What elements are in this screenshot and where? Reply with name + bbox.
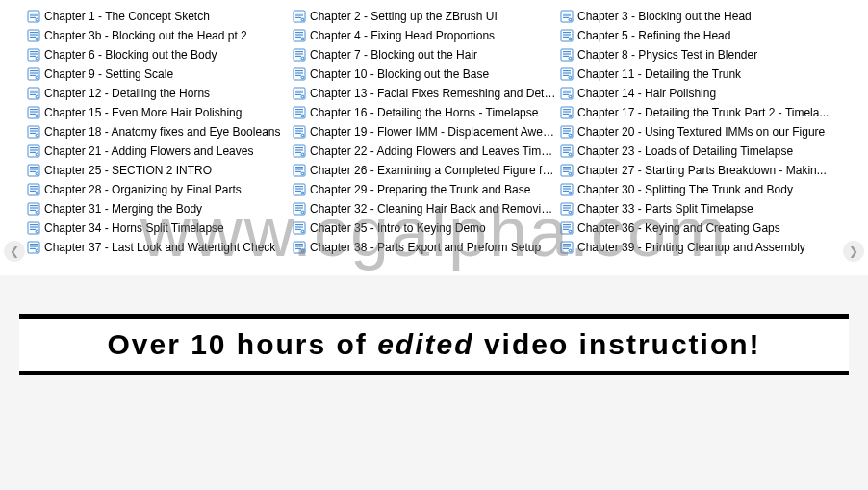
svg-rect-117 (295, 133, 301, 134)
video-file-icon (27, 87, 40, 100)
svg-rect-223 (563, 224, 571, 225)
svg-rect-193 (563, 128, 571, 129)
svg-rect-213 (563, 191, 569, 192)
svg-rect-153 (295, 248, 301, 249)
file-item[interactable]: Chapter 14 - Hair Polishing (560, 85, 835, 102)
svg-rect-13 (30, 51, 38, 52)
file-item[interactable]: Chapter 39 - Printing Cleanup and Assemb… (560, 239, 835, 256)
file-item[interactable]: Chapter 36 - Keying and Creating Gaps (560, 219, 835, 237)
file-item[interactable]: Chapter 20 - Using Textured IMMs on our … (560, 123, 835, 141)
svg-rect-39 (30, 133, 36, 134)
file-label: Chapter 15 - Even More Hair Polishing (44, 106, 242, 119)
file-item[interactable]: Chapter 6 - Blocking out the Body (27, 46, 287, 64)
file-item[interactable]: Chapter 17 - Detailing the Trunk Part 2 … (560, 104, 835, 121)
video-file-icon (27, 29, 40, 42)
file-item[interactable]: Chapter 32 - Cleaning Hair Back and Remo… (293, 200, 556, 218)
svg-rect-43 (30, 147, 38, 148)
svg-rect-80 (295, 14, 303, 15)
svg-rect-37 (30, 128, 38, 129)
file-item[interactable]: Chapter 37 - Last Look and Watertight Ch… (27, 239, 287, 256)
file-item[interactable]: Chapter 2 - Setting up the ZBrush UI (293, 8, 556, 25)
svg-rect-139 (295, 205, 303, 206)
carousel-next-button[interactable]: ❯ (843, 241, 864, 262)
svg-rect-201 (563, 152, 569, 153)
file-item[interactable]: Chapter 1 - The Concept Sketch (27, 8, 287, 25)
file-item[interactable]: Chapter 27 - Starting Parts Breakdown - … (560, 162, 835, 179)
video-file-icon (560, 125, 574, 139)
file-label: Chapter 7 - Blocking out the Hair (310, 48, 477, 62)
file-label: Chapter 3 - Blocking out the Head (577, 10, 752, 23)
svg-rect-68 (30, 226, 38, 227)
file-item[interactable]: Chapter 3b - Blocking out the Head pt 2 (27, 27, 287, 44)
file-label: Chapter 8 - Physics Test in Blender (577, 48, 757, 62)
svg-rect-175 (563, 70, 571, 71)
file-item[interactable]: Chapter 22 - Adding Flowers and Leaves T… (293, 142, 556, 160)
video-file-icon (27, 67, 40, 81)
svg-rect-87 (295, 37, 301, 38)
file-item[interactable]: Chapter 4 - Fixing Head Proportions (293, 27, 556, 44)
svg-rect-127 (295, 167, 303, 168)
file-item[interactable]: Chapter 29 - Preparing the Trunk and Bas… (293, 181, 556, 198)
file-label: Chapter 5 - Refining the Head (577, 29, 730, 42)
file-item[interactable]: Chapter 11 - Detailing the Trunk (560, 65, 835, 83)
svg-rect-7 (30, 32, 38, 33)
file-label: Chapter 12 - Detailing the Horns (44, 87, 210, 100)
file-item[interactable]: Chapter 9 - Setting Scale (27, 65, 287, 83)
file-label: Chapter 34 - Horns Split Timelapse (44, 221, 224, 235)
file-item[interactable]: Chapter 19 - Flower IMM - Displacement A… (293, 123, 556, 141)
svg-rect-33 (30, 114, 36, 115)
svg-rect-141 (295, 210, 301, 211)
file-label: Chapter 16 - Detailing the Horns - Timel… (310, 106, 538, 119)
svg-rect-79 (295, 13, 303, 13)
svg-rect-195 (563, 133, 569, 134)
svg-rect-225 (563, 229, 569, 230)
file-item[interactable]: Chapter 31 - Merging the Body (27, 200, 287, 218)
svg-rect-15 (30, 56, 36, 57)
file-item[interactable]: Chapter 28 - Organizing by Final Parts (27, 181, 287, 198)
svg-rect-92 (295, 53, 303, 54)
svg-rect-164 (563, 34, 571, 35)
carousel-prev-button[interactable]: ❮ (4, 241, 25, 262)
file-item[interactable]: Chapter 13 - Facial Fixes Remeshing and … (293, 85, 556, 102)
file-label: Chapter 25 - SECTION 2 INTRO (44, 164, 212, 177)
svg-rect-75 (30, 248, 36, 249)
svg-rect-20 (30, 72, 38, 73)
file-item[interactable]: Chapter 5 - Refining the Head (560, 27, 835, 44)
svg-rect-99 (295, 75, 301, 76)
file-item[interactable]: Chapter 18 - Anatomy fixes and Eye Boole… (27, 123, 287, 141)
file-item[interactable]: Chapter 15 - Even More Hair Polishing (27, 104, 287, 121)
svg-rect-67 (30, 224, 38, 225)
svg-rect-63 (30, 210, 36, 211)
file-label: Chapter 28 - Organizing by Final Parts (44, 183, 242, 196)
video-file-icon (560, 106, 574, 119)
file-item[interactable]: Chapter 30 - Splitting The Trunk and Bod… (560, 181, 835, 198)
file-item[interactable]: Chapter 16 - Detailing the Horns - Timel… (293, 104, 556, 121)
file-item[interactable]: Chapter 34 - Horns Split Timelapse (27, 219, 287, 237)
file-item[interactable]: Chapter 10 - Blocking out the Base (293, 65, 556, 83)
file-label: Chapter 3b - Blocking out the Head pt 2 (44, 29, 247, 42)
file-item[interactable]: Chapter 12 - Detailing the Horns (27, 85, 287, 102)
svg-rect-21 (30, 75, 36, 76)
svg-rect-129 (295, 171, 301, 172)
file-item[interactable]: Chapter 7 - Blocking out the Hair (293, 46, 556, 64)
file-item[interactable]: Chapter 23 - Loads of Detailing Timelaps… (560, 142, 835, 160)
file-item[interactable]: Chapter 33 - Parts Split Timelapse (560, 200, 835, 218)
svg-rect-205 (563, 167, 571, 168)
video-file-icon (27, 48, 40, 62)
file-item[interactable]: Chapter 35 - Intro to Keying Demo (293, 219, 556, 237)
file-item[interactable]: Chapter 8 - Physics Test in Blender (560, 46, 835, 64)
svg-rect-123 (295, 152, 301, 153)
file-label: Chapter 37 - Last Look and Watertight Ch… (44, 241, 275, 254)
file-item[interactable]: Chapter 25 - SECTION 2 INTRO (27, 162, 287, 179)
video-file-icon (27, 164, 40, 177)
video-file-icon (27, 183, 40, 196)
file-label: Chapter 17 - Detailing the Trunk Part 2 … (577, 106, 829, 119)
svg-rect-169 (563, 51, 571, 52)
file-item[interactable]: Chapter 38 - Parts Export and Preform Se… (293, 239, 556, 256)
video-file-icon (27, 202, 40, 216)
file-item[interactable]: Chapter 21 - Adding Flowers and Leaves (27, 142, 287, 160)
file-label: Chapter 33 - Parts Split Timelapse (577, 202, 753, 216)
file-item[interactable]: Chapter 26 - Examining a Completed Figur… (293, 162, 556, 179)
svg-rect-146 (295, 226, 303, 227)
file-item[interactable]: Chapter 3 - Blocking out the Head (560, 8, 835, 25)
